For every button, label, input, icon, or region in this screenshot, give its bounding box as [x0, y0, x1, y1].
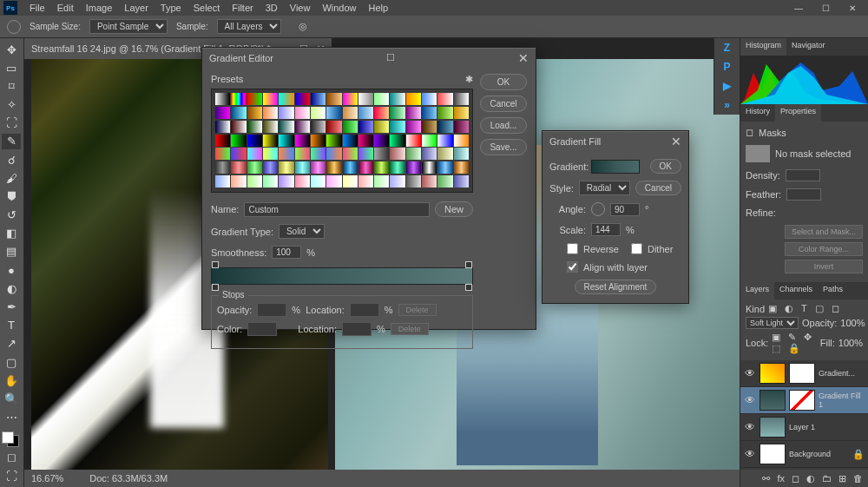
preset-swatch[interactable] — [406, 93, 421, 105]
preset-swatch[interactable] — [406, 148, 421, 160]
preset-swatch[interactable] — [406, 107, 421, 119]
menu-file[interactable]: File — [24, 1, 50, 15]
preset-swatch[interactable] — [437, 121, 452, 133]
preset-swatch[interactable] — [326, 121, 341, 133]
crop-tool[interactable]: ⛶ — [2, 115, 21, 131]
tab-histogram[interactable]: Histogram — [740, 38, 786, 56]
maximize-icon[interactable]: ☐ — [817, 2, 835, 15]
density-field[interactable] — [786, 169, 820, 181]
preset-swatch[interactable] — [295, 107, 310, 119]
tab-history[interactable]: History — [740, 104, 775, 122]
preset-swatch[interactable] — [422, 135, 437, 147]
delete-color-stop-button[interactable]: Delete — [391, 323, 429, 335]
preset-swatch[interactable] — [358, 107, 373, 119]
new-button[interactable]: New — [435, 201, 473, 217]
layer-row[interactable]: 👁 Gradient... — [740, 360, 868, 387]
eyedropper-tool-icon[interactable] — [7, 20, 21, 34]
menu-window[interactable]: Window — [317, 1, 361, 15]
hand-tool[interactable]: ✋ — [2, 372, 21, 388]
preset-swatch[interactable] — [343, 175, 358, 188]
preset-swatch[interactable] — [343, 121, 358, 133]
preset-swatch[interactable] — [454, 161, 469, 174]
preset-swatch[interactable] — [247, 175, 262, 188]
load-button[interactable]: Load... — [480, 117, 527, 134]
preset-swatch[interactable] — [454, 148, 469, 160]
preset-swatch[interactable] — [358, 135, 373, 147]
quickmask-tool[interactable]: ◻ — [2, 450, 21, 465]
preset-swatch[interactable] — [326, 161, 341, 174]
preset-swatch[interactable] — [247, 148, 262, 160]
link-icon[interactable]: ⚯ — [762, 473, 770, 484]
preset-swatch[interactable] — [358, 148, 373, 160]
visibility-icon[interactable]: 👁 — [744, 421, 756, 433]
preset-swatch[interactable] — [358, 93, 373, 105]
ok-button[interactable]: OK — [650, 159, 681, 174]
preset-swatch[interactable] — [374, 148, 389, 160]
gradient-name-input[interactable] — [244, 202, 430, 217]
move-tool[interactable]: ✥ — [2, 42, 21, 57]
menu-3d[interactable]: 3D — [260, 1, 283, 15]
layer-name[interactable]: Background — [789, 450, 849, 458]
history-brush-tool[interactable]: ↺ — [2, 207, 21, 223]
preset-swatch[interactable] — [231, 135, 246, 147]
tab-paths[interactable]: Paths — [818, 282, 848, 299]
preset-swatch[interactable] — [374, 93, 389, 105]
fill-value[interactable]: 100% — [838, 338, 863, 348]
preset-swatch[interactable] — [454, 93, 469, 105]
preset-swatch[interactable] — [231, 93, 246, 105]
preset-swatch[interactable] — [437, 161, 452, 174]
preset-swatch[interactable] — [390, 93, 404, 105]
presets-grid[interactable] — [211, 89, 473, 193]
reset-alignment-button[interactable]: Reset Alignment — [575, 280, 657, 294]
preset-swatch[interactable] — [295, 148, 310, 160]
preset-swatch[interactable] — [215, 148, 230, 160]
preset-swatch[interactable] — [422, 93, 437, 105]
preset-swatch[interactable] — [358, 161, 373, 174]
preset-swatch[interactable] — [263, 175, 278, 188]
preset-swatch[interactable] — [326, 135, 341, 147]
dodge-tool[interactable]: ◐ — [2, 280, 21, 296]
screenmode-tool[interactable]: ⛶ — [2, 468, 21, 484]
menu-select[interactable]: Select — [188, 1, 226, 15]
visibility-icon[interactable]: 👁 — [744, 448, 756, 460]
preset-swatch[interactable] — [343, 148, 358, 160]
collapsed-tab-z[interactable]: Z — [714, 38, 740, 57]
menu-edit[interactable]: Edit — [52, 1, 79, 15]
delete-opacity-stop-button[interactable]: Delete — [398, 304, 437, 316]
lock-icons[interactable]: ▣ ✎ ✥ ⬚ 🔒 — [772, 332, 816, 354]
preset-swatch[interactable] — [295, 93, 310, 105]
preset-swatch[interactable] — [406, 161, 421, 174]
menu-image[interactable]: Image — [81, 1, 118, 15]
preset-swatch[interactable] — [311, 135, 326, 147]
pen-tool[interactable]: ✒ — [2, 299, 21, 314]
preset-swatch[interactable] — [215, 93, 230, 105]
minimize-icon[interactable]: — — [789, 2, 808, 15]
preset-swatch[interactable] — [247, 107, 262, 119]
tab-channels[interactable]: Channels — [774, 282, 818, 299]
preset-swatch[interactable] — [263, 161, 278, 174]
scale-input[interactable] — [591, 223, 621, 236]
preset-swatch[interactable] — [326, 93, 341, 105]
preset-swatch[interactable] — [390, 121, 404, 133]
preset-swatch[interactable] — [374, 161, 389, 174]
preset-swatch[interactable] — [279, 107, 293, 119]
close-icon[interactable]: ✕ — [671, 135, 681, 148]
edit-toolbar[interactable]: ⋯ — [2, 409, 21, 424]
preset-swatch[interactable] — [326, 107, 341, 119]
preset-swatch[interactable] — [311, 175, 326, 188]
tab-navigator[interactable]: Navigator — [786, 38, 831, 56]
preset-swatch[interactable] — [311, 107, 326, 119]
tab-layers[interactable]: Layers — [740, 282, 774, 299]
preset-swatch[interactable] — [263, 93, 278, 105]
dither-checkbox[interactable] — [631, 243, 642, 254]
angle-dial-icon[interactable] — [591, 202, 605, 216]
smoothness-input[interactable] — [272, 246, 301, 259]
preset-swatch[interactable] — [215, 107, 230, 119]
style-select[interactable]: Radial — [579, 181, 630, 195]
blend-mode-select[interactable]: Soft Light — [746, 317, 799, 329]
dialog-titlebar[interactable]: Gradient Editor ☐ ✕ — [202, 48, 536, 67]
blur-tool[interactable]: ● — [2, 262, 21, 278]
gear-icon[interactable]: ✱ — [465, 74, 473, 85]
mask-icon[interactable]: ◻ — [792, 473, 799, 484]
preset-swatch[interactable] — [454, 107, 469, 119]
